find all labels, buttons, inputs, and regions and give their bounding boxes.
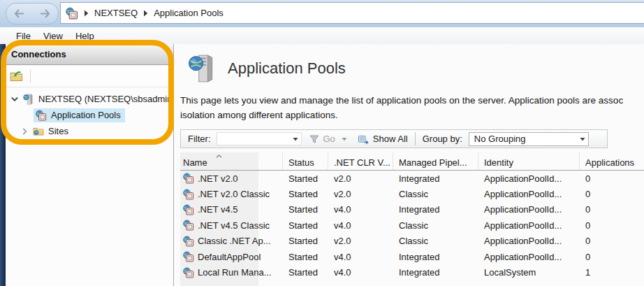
- chevron-down-icon[interactable]: [10, 94, 20, 104]
- app-pool-clr-cell: v2.0: [328, 173, 393, 184]
- menu-view[interactable]: View: [37, 29, 69, 43]
- tree-node-label: NEXTSEQ (NEXTSEQ\sbsadmin: [38, 94, 172, 104]
- app-pool-clr-cell: v4.0: [328, 220, 393, 231]
- go-label: Go: [323, 134, 335, 144]
- tree-node-label: Sites: [48, 126, 68, 136]
- navigation-pill: [6, 3, 59, 24]
- filter-label: Filter:: [188, 134, 211, 144]
- forward-icon[interactable]: [39, 8, 51, 19]
- table-header: Name Status .NET CLR V... Managed Pipel.…: [180, 152, 644, 171]
- tree-node-sites[interactable]: Sites: [6, 123, 173, 139]
- app-pool-name-cell[interactable]: .NET v2.0: [180, 173, 283, 184]
- group-by-value: No Grouping: [474, 134, 526, 144]
- app-pool-name-cell[interactable]: Local Run Mana...: [180, 267, 283, 278]
- app-pools-table: Name Status .NET CLR V... Managed Pipel.…: [180, 152, 644, 286]
- breadcrumb[interactable]: NEXTSEQ Application Pools: [60, 2, 644, 24]
- app-pool-icon: [183, 267, 194, 278]
- server-icon: [23, 94, 34, 105]
- show-all-button[interactable]: Show All: [358, 134, 408, 145]
- app-pool-clr-cell: v4.0: [328, 204, 393, 215]
- table-row[interactable]: .NET v2.0 Classic Started v2.0 Classic A…: [180, 186, 644, 201]
- app-pool-name-cell[interactable]: .NET v4.5: [180, 204, 283, 215]
- tree-node-application-pools[interactable]: Application Pools: [6, 107, 173, 123]
- tree-node-server[interactable]: NEXTSEQ (NEXTSEQ\sbsadmin: [6, 91, 173, 107]
- app-pool-identity-cell: LocalSystem: [478, 267, 580, 278]
- column-header-name[interactable]: Name: [180, 152, 283, 170]
- app-pool-pipeline-cell: Integrated: [393, 204, 478, 215]
- app-pool-status-cell: Started: [283, 204, 328, 215]
- app-pool-status-cell: Started: [283, 220, 328, 231]
- app-pool-clr-cell: v4.0: [328, 252, 393, 262]
- chevron-down-icon[interactable]: [342, 137, 347, 141]
- group-by-label: Group by:: [423, 134, 462, 144]
- column-header-pipeline[interactable]: Managed Pipel...: [393, 152, 478, 170]
- group-by-combobox[interactable]: No Grouping: [469, 132, 589, 146]
- application-pools-icon: [36, 110, 47, 121]
- twisty-spacer: [22, 110, 32, 120]
- app-pool-identity-cell: ApplicationPoolId...: [478, 252, 580, 262]
- app-pool-icon: [183, 251, 194, 262]
- title-bar: NEXTSEQ Application Pools: [0, 0, 644, 28]
- page-title: Application Pools: [228, 59, 346, 78]
- app-pool-name-cell[interactable]: .NET v4.5 Classic: [180, 220, 283, 231]
- app-pool-identity-cell: ApplicationPoolId...: [478, 173, 580, 184]
- app-pool-applications-cell: 0: [580, 252, 644, 262]
- show-all-label: Show All: [373, 134, 408, 144]
- filter-combobox[interactable]: [217, 132, 302, 145]
- table-row[interactable]: Local Run Mana... Started v4.0 Integrate…: [180, 264, 644, 280]
- app-pool-applications-cell: 0: [580, 236, 644, 246]
- app-pool-pipeline-cell: Integrated: [393, 252, 478, 262]
- breadcrumb-page[interactable]: Application Pools: [154, 8, 224, 18]
- filter-input[interactable]: [217, 133, 290, 145]
- connections-tree: NEXTSEQ (NEXTSEQ\sbsadmin Application Po…: [6, 87, 173, 139]
- filter-funnel-icon: [309, 134, 320, 145]
- go-button[interactable]: Go: [309, 134, 350, 145]
- tree-node-label: Application Pools: [51, 110, 121, 120]
- chevron-down-icon[interactable]: [293, 137, 298, 141]
- description-line-2: isolation among different applications.: [180, 108, 644, 122]
- app-pool-applications-cell: 1: [580, 267, 644, 278]
- connections-title: Connections: [11, 49, 66, 59]
- breadcrumb-arrow-icon[interactable]: [84, 10, 89, 17]
- app-pool-pipeline-cell: Classic: [393, 220, 478, 231]
- connections-toolbar: [6, 65, 173, 87]
- table-row[interactable]: .NET v4.5 Started v4.0 Integrated Applic…: [180, 202, 644, 217]
- app-pool-applications-cell: 0: [580, 204, 644, 215]
- column-header-status[interactable]: Status: [283, 152, 328, 170]
- table-row[interactable]: Classic .NET Ap... Started v2.0 Classic …: [180, 234, 644, 249]
- features-view: Application Pools This page lets you vie…: [174, 44, 644, 286]
- menu-file[interactable]: File: [10, 29, 37, 43]
- table-row[interactable]: DefaultAppPool Started v4.0 Integrated A…: [180, 249, 644, 264]
- app-pool-pipeline-cell: Classic: [393, 189, 478, 199]
- app-pool-icon: [183, 189, 194, 200]
- app-pool-name-cell[interactable]: .NET v2.0 Classic: [180, 189, 283, 200]
- connections-panel: Connections NEXTSEQ (NEXTSEQ\sbsadmin: [6, 44, 174, 286]
- app-pool-pipeline-cell: Classic: [393, 236, 478, 246]
- app-pool-icon: [183, 236, 194, 247]
- table-row[interactable]: .NET v4.5 Classic Started v4.0 Classic A…: [180, 217, 644, 233]
- app-pool-status-cell: Started: [283, 252, 328, 262]
- feature-title-row: Application Pools: [188, 54, 346, 83]
- column-header-identity[interactable]: Identity: [478, 152, 580, 170]
- table-row[interactable]: .NET v2.0 Started v2.0 Integrated Applic…: [180, 171, 644, 186]
- column-header-applications[interactable]: Applications: [580, 152, 644, 170]
- create-connection-icon[interactable]: [10, 69, 24, 83]
- sites-folder-icon: [33, 126, 44, 137]
- app-pool-name-cell[interactable]: DefaultAppPool: [180, 251, 283, 262]
- breadcrumb-server[interactable]: NEXTSEQ: [94, 8, 138, 18]
- app-pool-status-cell: Started: [283, 236, 328, 246]
- toolbar-separator: [30, 70, 31, 83]
- app-pools-table-body: .NET v2.0 Started v2.0 Integrated Applic…: [180, 171, 644, 280]
- page-description: This page lets you view and manage the l…: [180, 93, 644, 122]
- chevron-right-icon[interactable]: [20, 127, 29, 136]
- column-header-clr-version[interactable]: .NET CLR V...: [328, 152, 393, 170]
- back-icon[interactable]: [13, 8, 25, 19]
- chevron-down-icon[interactable]: [580, 137, 585, 141]
- window-edge-strip: [0, 44, 6, 286]
- application-pools-feature-icon: [188, 54, 217, 83]
- app-pool-status-cell: Started: [283, 173, 328, 184]
- app-pool-status-cell: Started: [283, 189, 328, 199]
- menu-help[interactable]: Help: [69, 29, 101, 43]
- breadcrumb-arrow-icon[interactable]: [143, 10, 148, 17]
- app-pool-name-cell[interactable]: Classic .NET Ap...: [180, 236, 283, 247]
